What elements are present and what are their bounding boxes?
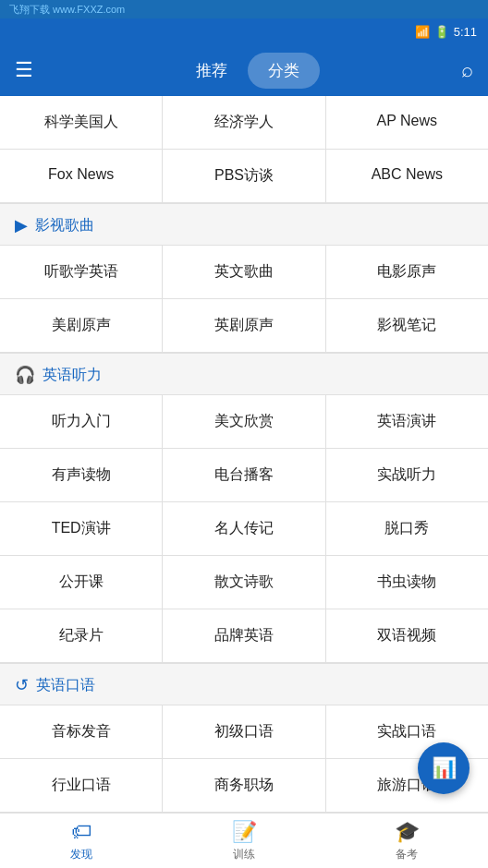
section-header-movies: ▶影视歌曲 — [0, 203, 488, 246]
section-cell[interactable]: 初级口语 — [163, 705, 325, 758]
section-row-speaking-0: 音标发音初级口语实战口语 — [0, 705, 488, 759]
section-cell[interactable]: 美剧原声 — [0, 299, 163, 352]
tab-category[interactable]: 分类 — [248, 53, 320, 89]
section-cell[interactable]: 行业口语 — [0, 759, 163, 812]
section-icon-movies: ▶ — [15, 215, 28, 235]
status-icons: 📶 🔋 5:11 — [415, 25, 477, 39]
fab-icon: 📊 — [432, 756, 457, 780]
top-grid-cell[interactable]: ABC News — [326, 150, 488, 202]
section-cell[interactable]: 英文歌曲 — [163, 246, 325, 298]
section-cell[interactable]: 美文欣赏 — [163, 395, 325, 448]
main-content: 科学美国人经济学人AP NewsFox NewsPBS访谈ABC News ▶影… — [0, 96, 488, 813]
menu-icon[interactable]: ☰ — [15, 58, 33, 82]
section-row-listening-1: 有声读物电台播客实战听力 — [0, 449, 488, 502]
top-grid-cell[interactable]: 经济学人 — [163, 96, 325, 149]
wifi-icon: 📶 — [415, 25, 430, 39]
section-cell[interactable]: 电影原声 — [326, 246, 488, 298]
top-grid-cell[interactable]: PBS访谈 — [163, 150, 325, 202]
section-cell[interactable]: 名人传记 — [163, 502, 325, 555]
section-row-listening-2: TED演讲名人传记脱口秀 — [0, 502, 488, 556]
clock: 5:11 — [454, 25, 477, 39]
top-grid-cell[interactable]: Fox News — [0, 150, 163, 202]
section-cell[interactable]: 英剧原声 — [163, 299, 325, 352]
section-cell[interactable]: 公开课 — [0, 556, 163, 609]
section-cell[interactable]: 商务职场 — [163, 759, 325, 812]
nav-item-exam[interactable]: 🎓备考 — [325, 814, 488, 868]
section-title-speaking: 英语口语 — [36, 676, 95, 695]
section-row-listening-0: 听力入门美文欣赏英语演讲 — [0, 395, 488, 449]
header-tabs: 推荐 分类 — [176, 53, 320, 89]
nav-item-discover[interactable]: 🏷发现 — [0, 814, 163, 868]
watermark: 飞翔下载 www.FXXZ.com — [0, 0, 488, 18]
top-grid-cell[interactable]: AP News — [326, 96, 488, 149]
section-cell[interactable]: 实战听力 — [326, 449, 488, 501]
nav-item-train[interactable]: 📝训练 — [163, 814, 325, 868]
nav-icon-discover: 🏷 — [71, 820, 92, 844]
section-row-movies-1: 美剧原声英剧原声影视笔记 — [0, 299, 488, 353]
top-grid-row-1: Fox NewsPBS访谈ABC News — [0, 150, 488, 203]
search-icon[interactable]: ⌕ — [461, 58, 473, 82]
sections-container: ▶影视歌曲听歌学英语英文歌曲电影原声美剧原声英剧原声影视笔记🎧英语听力听力入门美… — [0, 203, 488, 813]
section-cell[interactable]: 听歌学英语 — [0, 246, 163, 298]
section-row-listening-3: 公开课散文诗歌书虫读物 — [0, 556, 488, 609]
nav-label-train: 训练 — [233, 847, 255, 862]
nav-label-discover: 发现 — [70, 847, 92, 862]
top-grid-cell[interactable]: 科学美国人 — [0, 96, 163, 149]
section-cell[interactable]: 电台播客 — [163, 449, 325, 501]
tab-recommend[interactable]: 推荐 — [176, 53, 248, 89]
section-cell[interactable]: 散文诗歌 — [163, 556, 325, 609]
header: ☰ 推荐 分类 ⌕ — [0, 44, 488, 96]
section-row-movies-0: 听歌学英语英文歌曲电影原声 — [0, 246, 488, 299]
section-cell[interactable]: 有声读物 — [0, 449, 163, 501]
section-cell[interactable]: 影视笔记 — [326, 299, 488, 352]
section-cell[interactable]: 品牌英语 — [163, 609, 325, 662]
nav-label-exam: 备考 — [396, 847, 418, 862]
nav-icon-exam: 🎓 — [395, 820, 420, 844]
section-cell[interactable]: 英语演讲 — [326, 395, 488, 448]
section-title-listening: 英语听力 — [43, 366, 102, 385]
section-title-movies: 影视歌曲 — [35, 216, 94, 235]
section-header-listening: 🎧英语听力 — [0, 353, 488, 395]
battery-icon: 🔋 — [434, 25, 449, 39]
section-row-listening-4: 纪录片品牌英语双语视频 — [0, 609, 488, 663]
fab-button[interactable]: 📊 — [418, 742, 470, 794]
bottom-nav: 🏷发现📝训练🎓备考 — [0, 813, 488, 868]
section-cell[interactable]: 双语视频 — [326, 609, 488, 662]
section-cell[interactable]: 听力入门 — [0, 395, 163, 448]
section-row-speaking-1: 行业口语商务职场旅游口语 — [0, 759, 488, 813]
section-cell[interactable]: 音标发音 — [0, 705, 163, 758]
section-icon-speaking: ↺ — [15, 675, 29, 695]
status-bar: 📶 🔋 5:11 — [0, 18, 488, 44]
section-cell[interactable]: 脱口秀 — [326, 502, 488, 555]
section-cell[interactable]: 纪录片 — [0, 609, 163, 662]
top-grid-row-0: 科学美国人经济学人AP News — [0, 96, 488, 150]
section-cell[interactable]: 书虫读物 — [326, 556, 488, 609]
nav-icon-train: 📝 — [232, 820, 257, 844]
section-header-speaking: ↺英语口语 — [0, 663, 488, 705]
section-icon-listening: 🎧 — [15, 365, 35, 385]
section-cell[interactable]: TED演讲 — [0, 502, 163, 555]
top-grid: 科学美国人经济学人AP NewsFox NewsPBS访谈ABC News — [0, 96, 488, 203]
section-cell[interactable]: 实战口语 — [326, 705, 488, 758]
